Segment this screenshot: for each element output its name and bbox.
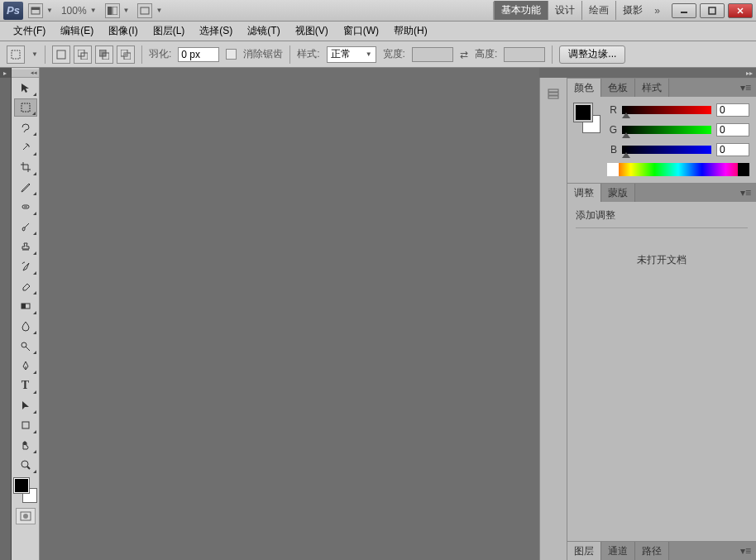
adjustments-panel: 调整 蒙版 ▾≡ 添加调整 未打开文档 [567,183,756,541]
tab-masks[interactable]: 蒙版 [601,184,635,202]
menu-view[interactable]: 视图(V) [289,22,335,41]
svg-rect-3 [112,7,117,15]
minimize-button[interactable] [672,3,696,18]
maximize-button[interactable] [700,3,725,18]
tool-type[interactable]: T [14,376,37,395]
tool-marquee[interactable] [14,98,37,117]
workspace-tab-essentials[interactable]: 基本功能 [494,1,548,20]
tab-adjustments[interactable]: 调整 [567,184,601,202]
workspace-tab-photography[interactable]: 摄影 [615,1,649,20]
g-label: G [607,124,617,136]
selection-new-button[interactable] [52,45,70,64]
svg-rect-2 [108,7,112,15]
current-tool-icon[interactable] [7,45,25,64]
close-button[interactable] [728,3,753,18]
zoom-level[interactable]: 100% [61,5,87,17]
tool-path-select[interactable] [14,396,37,414]
selection-add-button[interactable] [74,45,92,64]
chevron-down-icon[interactable]: ▼ [90,7,97,14]
arrange-documents-button[interactable] [105,3,120,18]
tab-styles[interactable]: 样式 [635,79,669,97]
menu-bar: 文件(F) 编辑(E) 图像(I) 图层(L) 选择(S) 滤镜(T) 视图(V… [0,22,756,41]
tool-dodge[interactable] [14,337,37,355]
tab-layers[interactable]: 图层 [567,542,601,560]
menu-filter[interactable]: 滤镜(T) [241,22,286,41]
tab-paths[interactable]: 路径 [635,542,669,560]
launch-bridge-button[interactable] [28,3,43,18]
chevron-down-icon[interactable]: ▼ [123,7,130,14]
tool-heal[interactable] [14,198,37,216]
svg-rect-4 [141,7,149,14]
document-area [40,68,539,560]
tool-crop[interactable] [14,158,37,176]
svg-rect-17 [124,53,127,56]
tool-eyedropper[interactable] [14,178,37,196]
tool-move[interactable] [14,79,37,97]
tab-swatches[interactable]: 色板 [601,79,635,97]
left-dock-gutter: ▸ [0,68,12,560]
title-bar: Ps ▼ 100% ▼ ▼ ▼ 基本功能 设计 绘画 摄影 » [0,0,756,22]
svg-rect-18 [22,103,30,112]
tool-preset-dropdown[interactable]: ▼ [31,50,38,58]
workspace-tab-design[interactable]: 设计 [548,1,581,20]
panel-menu-icon[interactable]: ▾≡ [735,542,756,560]
no-document-message: 未打开文档 [576,253,748,267]
foreground-color-swatch[interactable] [14,478,29,493]
right-dock-gutter[interactable]: ▸▸ [539,68,756,78]
more-workspaces-button[interactable]: » [649,5,665,17]
color-swatches[interactable] [14,478,37,503]
feather-label: 羽化: [149,47,171,61]
tab-channels[interactable]: 通道 [601,542,635,560]
tool-wand[interactable] [14,138,37,156]
selection-intersect-button[interactable] [117,45,135,64]
history-panel-icon[interactable] [542,83,565,104]
workspace-tab-painting[interactable]: 绘画 [581,1,615,20]
layers-panel: 图层 通道 路径 ▾≡ [567,541,756,560]
b-slider[interactable] [622,146,711,154]
tool-lasso[interactable] [14,118,37,136]
b-value-input[interactable] [716,143,749,156]
tool-history-brush[interactable] [14,257,37,275]
menu-select[interactable]: 选择(S) [193,22,239,41]
r-value-input[interactable] [716,103,749,117]
menu-layer[interactable]: 图层(L) [146,22,192,41]
svg-rect-25 [22,422,29,428]
r-label: R [607,104,617,116]
tool-gradient[interactable] [14,297,37,315]
svg-point-29 [23,514,28,519]
tool-eraser[interactable] [14,277,37,295]
menu-image[interactable]: 图像(I) [102,22,144,41]
tool-stamp[interactable] [14,237,37,256]
menu-help[interactable]: 帮助(H) [387,22,434,41]
panel-menu-icon[interactable]: ▾≡ [735,184,756,202]
menu-window[interactable]: 窗口(W) [337,22,385,41]
tool-zoom[interactable] [14,456,37,474]
panel-foreground-swatch[interactable] [574,103,592,122]
tab-color[interactable]: 颜色 [567,79,601,97]
tool-hand[interactable] [14,436,37,454]
chevron-down-icon[interactable]: ▼ [156,7,162,14]
screen-mode-button[interactable] [137,3,152,18]
menu-file[interactable]: 文件(F) [7,22,52,41]
menu-edit[interactable]: 编辑(E) [54,22,100,41]
expand-dock-icon[interactable]: ▸ [0,68,11,78]
svg-rect-22 [22,304,26,309]
tool-brush[interactable] [14,218,37,236]
g-slider[interactable] [622,126,711,134]
tool-shape[interactable] [14,416,37,434]
refine-edge-button[interactable]: 调整边缘... [559,45,625,64]
tool-pen[interactable] [14,357,37,375]
color-spectrum[interactable] [607,163,749,176]
selection-subtract-button[interactable] [95,45,113,64]
feather-input[interactable] [178,47,219,62]
style-label: 样式: [297,47,319,61]
tool-blur[interactable] [14,317,37,335]
app-logo: Ps [3,2,23,20]
style-select[interactable]: 正常▼ [327,46,376,63]
g-value-input[interactable] [716,123,749,136]
r-slider[interactable] [622,106,711,114]
panel-menu-icon[interactable]: ▾≡ [735,79,756,97]
width-label: 宽度: [383,47,405,61]
options-bar: ▼ 羽化: 消除锯齿 样式: 正常▼ 宽度: ⇄ 高度: 调整边缘... [0,41,756,68]
quick-mask-button[interactable] [16,508,36,524]
